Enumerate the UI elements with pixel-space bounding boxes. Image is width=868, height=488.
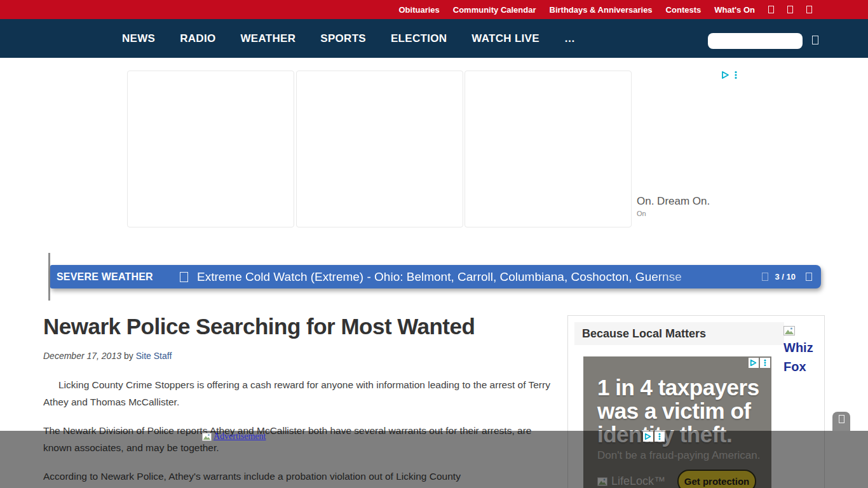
byline-connector: by xyxy=(124,351,133,361)
anchor-ad-overlay xyxy=(0,431,868,488)
article-paragraph-1: Licking County Crime Stoppers is offerin… xyxy=(43,376,559,410)
social-icon-3[interactable] xyxy=(806,6,812,13)
nav-item-election[interactable]: ELECTION xyxy=(391,32,447,45)
broken-image-icon xyxy=(783,326,795,336)
author-link[interactable]: Site Staff xyxy=(136,351,172,361)
nav-item-sports[interactable]: SPORTS xyxy=(320,32,366,45)
article-date: December 17, 2013 xyxy=(43,351,121,361)
alert-warning-icon xyxy=(180,272,188,282)
adchoices-triangle-icon[interactable] xyxy=(643,431,653,442)
topbar-link-whats-on[interactable]: What's On xyxy=(714,5,755,15)
advertisement-link[interactable]: Advertisement xyxy=(214,431,266,442)
alert-label: SEVERE WEATHER xyxy=(57,271,158,283)
topbar-link-community-calendar[interactable]: Community Calendar xyxy=(453,5,536,15)
social-icon-2[interactable] xyxy=(787,6,793,13)
adchoices-dots-icon[interactable] xyxy=(760,358,770,368)
logo-alt-line1: Whiz xyxy=(783,338,822,357)
adchoices-control[interactable] xyxy=(721,71,737,79)
topbar-link-contests[interactable]: Contests xyxy=(666,5,702,15)
collapse-glyph-icon xyxy=(839,415,844,423)
nav-item-weather[interactable]: WEATHER xyxy=(240,32,295,45)
nav-item-news[interactable]: NEWS xyxy=(122,32,155,45)
search-input[interactable] xyxy=(708,33,803,49)
ad-slot-2[interactable] xyxy=(296,71,463,227)
broken-image-icon xyxy=(202,433,212,441)
logo-alt-line2: Fox xyxy=(783,357,822,376)
topbar-link-birthdays-anniversaries[interactable]: Birthdays & Anniversaries xyxy=(550,5,653,15)
nav-item-radio[interactable]: RADIO xyxy=(180,32,215,45)
sidebar-header: Because Local Matters xyxy=(574,322,784,345)
nav-item-watch-live[interactable]: WATCH LIVE xyxy=(471,32,539,45)
alert-next-icon[interactable] xyxy=(806,273,812,281)
adchoices-dots-icon[interactable] xyxy=(735,71,737,79)
topbar: Obituaries Community Calendar Birthdays … xyxy=(0,0,868,19)
alert-pause-icon[interactable] xyxy=(762,273,768,281)
ad-slot-1[interactable] xyxy=(127,71,294,227)
adchoices-triangle-icon[interactable] xyxy=(721,71,730,79)
social-icon-1[interactable] xyxy=(768,6,774,13)
topbar-link-obituaries[interactable]: Obituaries xyxy=(398,5,439,15)
overlay-ad-link-wrap: Advertisement xyxy=(202,431,266,442)
byline: December 17, 2013bySite Staff xyxy=(43,351,559,361)
article-title: Newark Police Searching for Most Wanted xyxy=(43,314,559,339)
adchoices-dots-icon[interactable] xyxy=(654,431,665,442)
ad-subcaption: On xyxy=(637,210,646,217)
search-icon[interactable] xyxy=(812,36,818,44)
station-logo[interactable]: Whiz Fox xyxy=(783,326,822,376)
ad-caption[interactable]: On. Dream On. xyxy=(637,195,710,208)
overlay-collapse-tab[interactable] xyxy=(832,412,850,431)
adchoices-triangle-icon[interactable] xyxy=(749,358,759,368)
overlay-adchoices[interactable] xyxy=(643,431,665,442)
ad-slot-3[interactable] xyxy=(465,71,632,227)
nav-item-more[interactable]: … xyxy=(564,32,575,45)
alert-counter: 3 / 10 xyxy=(775,272,796,281)
severe-weather-alert-bar[interactable]: SEVERE WEATHER Extreme Cold Watch (Extre… xyxy=(50,265,821,288)
alert-message: Extreme Cold Watch (Extreme) - Ohio: Bel… xyxy=(197,270,762,284)
sidebar-adchoices[interactable] xyxy=(749,358,770,368)
